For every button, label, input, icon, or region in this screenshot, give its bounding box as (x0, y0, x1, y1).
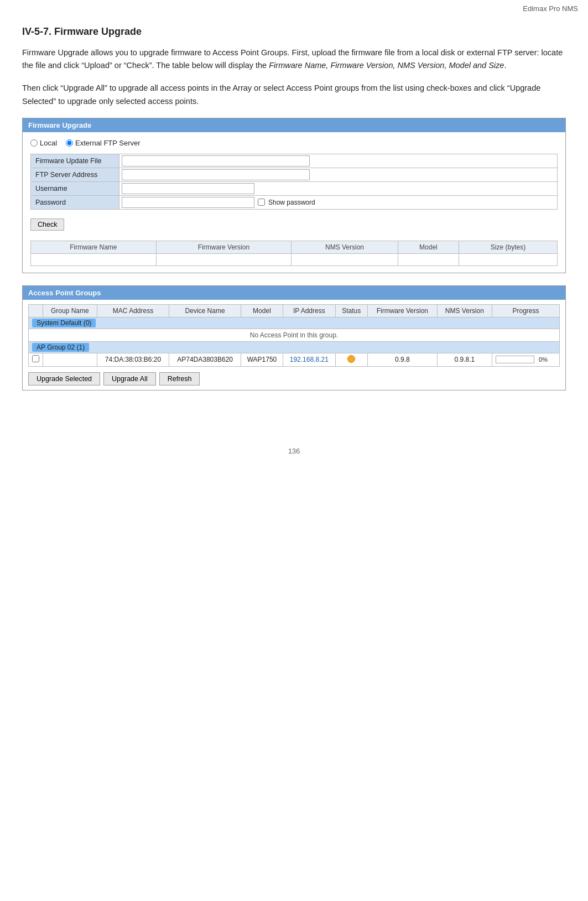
ftp-address-label: FTP Server Address (31, 168, 119, 181)
password-input[interactable] (122, 197, 254, 208)
ftp-radio[interactable] (66, 139, 73, 147)
username-input[interactable] (122, 183, 254, 194)
firmware-file-input[interactable] (122, 155, 310, 166)
description-2: Then click “Upgrade All” to upgrade all … (22, 82, 566, 107)
ap-groups-panel: Access Point Groups Group Name MAC Addre… (22, 285, 566, 390)
refresh-button[interactable]: Refresh (159, 372, 200, 386)
ap-row-ip-link[interactable]: 192.168.8.21 (290, 356, 329, 363)
page-title: IV-5-7. Firmware Upgrade (22, 26, 566, 38)
ap-row-group-name (43, 353, 97, 366)
ftp-radio-option[interactable]: External FTP Server (66, 139, 141, 147)
form-row-ftp-address: FTP Server Address (31, 168, 558, 181)
firmware-upgrade-panel: Firmware Upgrade Local External FTP Serv… (22, 118, 566, 273)
page-header: Edimax Pro NMS (0, 0, 588, 15)
ap-group-02-label: AP Group 02 (1) (29, 341, 560, 353)
page-footer: 136 (0, 447, 588, 455)
upgrade-all-button[interactable]: Upgrade All (103, 372, 156, 386)
ap-row-ip[interactable]: 192.168.8.21 (283, 353, 335, 366)
ap-col-mac: MAC Address (97, 304, 169, 317)
fw-col-version: Firmware Version (156, 241, 291, 253)
description-1: Firmware Upgrade allows you to upgrade f… (22, 46, 566, 72)
upgrade-selected-button[interactable]: Upgrade Selected (28, 372, 100, 386)
system-default-group-label: System Default (0) (29, 317, 560, 329)
firmware-panel-title: Firmware Upgrade (23, 118, 565, 132)
progress-label: 0% (539, 356, 548, 363)
ap-col-progress: Progress (492, 304, 560, 317)
show-password-checkbox[interactable] (258, 199, 265, 206)
ap-groups-table: Group Name MAC Address Device Name Model… (28, 304, 560, 367)
firmware-form-table: Firmware Update File FTP Server Address … (30, 154, 558, 210)
system-default-group-header: System Default (0) (29, 317, 560, 329)
ap-col-nms-version: NMS Version (437, 304, 492, 317)
show-password-label: Show password (268, 199, 315, 206)
fw-table-header-row: Firmware Name Firmware Version NMS Versi… (31, 241, 558, 253)
username-label: Username (31, 181, 119, 195)
ap-col-device-name: Device Name (169, 304, 241, 317)
ap-col-fw-version: Firmware Version (367, 304, 437, 317)
page-number: 136 (288, 447, 300, 455)
firmware-file-cell (119, 154, 558, 168)
ap-col-status: Status (335, 304, 367, 317)
local-radio[interactable] (30, 139, 38, 147)
firmware-info-table: Firmware Name Firmware Version NMS Versi… (30, 241, 558, 266)
ap-col-checkbox (29, 304, 43, 317)
ap-row-checkbox-cell (29, 353, 43, 366)
fw-col-name: Firmware Name (31, 241, 157, 253)
main-content: IV-5-7. Firmware Upgrade Firmware Upgrad… (0, 15, 588, 425)
fw-col-size: Size (bytes) (459, 241, 557, 253)
progress-bar-outer (496, 356, 534, 363)
ap-table-header-row: Group Name MAC Address Device Name Model… (29, 304, 560, 317)
ap-row-device-name: AP74DA3803B620 (169, 353, 241, 366)
system-default-no-ap-row: No Access Point in this group. (29, 329, 560, 341)
brand-label: Edimax Pro NMS (523, 4, 578, 13)
form-row-username: Username (31, 181, 558, 195)
password-cell: Show password (119, 195, 558, 209)
ap-row-fw-version: 0.9.8 (367, 353, 437, 366)
ap-groups-panel-title: Access Point Groups (23, 286, 565, 300)
ap-group-02-header: AP Group 02 (1) (29, 341, 560, 353)
ftp-address-cell (119, 168, 558, 181)
ftp-address-input[interactable] (122, 169, 310, 180)
no-ap-message: No Access Point in this group. (29, 329, 560, 341)
local-radio-label: Local (40, 139, 57, 147)
firmware-file-label: Firmware Update File (31, 154, 119, 168)
fw-col-nms-version: NMS Version (292, 241, 398, 253)
ap-col-ip: IP Address (283, 304, 335, 317)
password-row: Show password (122, 197, 555, 208)
ap-row-nms-version: 0.9.8.1 (437, 353, 492, 366)
fw-table-empty-row (31, 253, 558, 265)
ap-row-checkbox[interactable] (32, 355, 39, 362)
firmware-panel-body: Local External FTP Server Firmware Updat… (23, 132, 565, 273)
password-label: Password (31, 195, 119, 209)
ap-col-group-name: Group Name (43, 304, 97, 317)
status-indicator (347, 355, 355, 363)
action-buttons-row: Upgrade Selected Upgrade All Refresh (28, 372, 560, 386)
fw-col-model: Model (398, 241, 459, 253)
ap-row-model: WAP1750 (241, 353, 283, 366)
ap-group-02-row-1: 74:DA:38:03:B6:20 AP74DA3803B620 WAP1750… (29, 353, 560, 366)
local-radio-option[interactable]: Local (30, 139, 57, 147)
ap-row-mac: 74:DA:38:03:B6:20 (97, 353, 169, 366)
form-row-firmware-file: Firmware Update File (31, 154, 558, 168)
ap-groups-panel-body: Group Name MAC Address Device Name Model… (23, 300, 565, 390)
source-selection-row: Local External FTP Server (30, 139, 558, 147)
ftp-radio-label: External FTP Server (75, 139, 141, 147)
ap-row-status (335, 353, 367, 366)
check-button[interactable]: Check (30, 218, 64, 231)
ap-row-progress: 0% (492, 353, 560, 366)
form-row-password: Password Show password (31, 195, 558, 209)
username-cell (119, 181, 558, 195)
ap-col-model: Model (241, 304, 283, 317)
